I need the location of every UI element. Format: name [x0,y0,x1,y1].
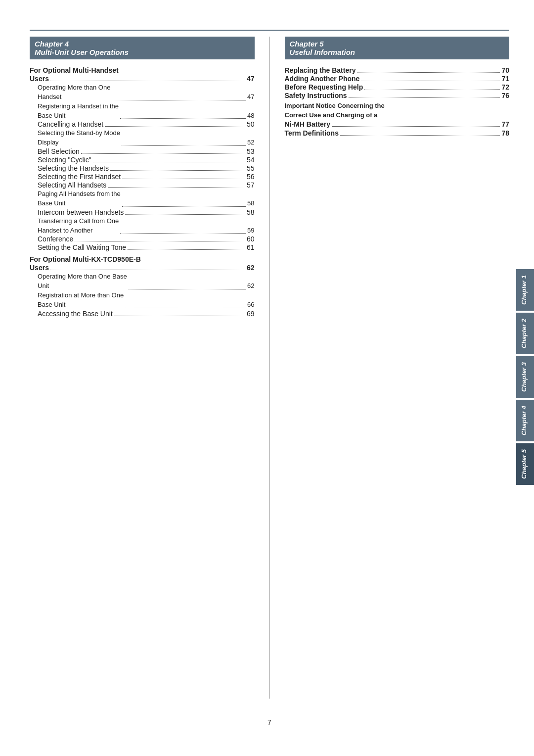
entry-registration-row: Registration at More than OneBase Unit 6… [38,291,255,310]
d4 [122,145,246,146]
main-content: Chapter 4 Multi-Unit User Operations For… [30,37,509,699]
entry-transfer-text: Transferring a Call from OneHandset to A… [38,217,119,236]
entry-operating-handset-row: Operating More than OneHandset 47 [38,83,255,102]
tab-chapter4[interactable]: Chapter 4 [516,400,534,441]
entry-term-definitions-text: Term Definitions [285,129,339,137]
chapter5-section: Chapter 5 Useful Information Replacing t… [269,37,510,699]
entry-standby-row: Selecting the Stand-by ModeDisplay 52 [38,129,255,147]
entry-intercom-text: Intercom between Handsets [38,208,124,216]
entry-important-notice-text: Important Notice Concerning theCorrect U… [285,101,510,120]
section1-header-line: For Optional Multi-Handset [30,66,255,74]
entry-paging: Paging All Handsets from theBase Unit 58 [30,189,255,208]
entry-safety: Safety Instructions 76 [285,92,510,99]
entry-handsets: Selecting the Handsets 55 [30,164,255,172]
entry-accessing-text: Accessing the Base Unit [38,310,113,318]
d13 [75,241,245,241]
entry-call-waiting-text: Setting the Call Waiting Tone [38,243,126,251]
entry-operating-handset: Operating More than OneHandset 47 [30,83,255,102]
entry-base-unit-row: Operating More than One BaseUnit 62 [38,272,255,291]
entry-registration-text: Registration at More than OneBase Unit [38,291,124,310]
section2-users-label: Users [30,264,49,272]
entry-transfer: Transferring a Call from OneHandset to A… [30,217,255,236]
entry-first-handset: Selecting the First Handset 56 [30,173,255,181]
d8 [122,179,245,179]
p3: 50 [247,120,255,128]
entry-safety-text: Safety Instructions [285,92,347,99]
entry-bell: Bell Selection 53 [30,147,255,155]
entry-adding-phone-text: Adding Another Phone [285,75,360,83]
entry-registering-row: Registering a Handset in theBase Unit 48 [38,102,255,121]
section2-header-page-line: Users 62 [30,264,255,272]
d2 [120,118,246,119]
entry-handsets-text: Selecting the Handsets [38,164,109,172]
entry-battery-text: Replacing the Battery [285,66,356,74]
section2-header-line: For Optional Multi-KX-TCD950E-B [30,255,255,263]
p6: 54 [247,156,255,164]
section1-users-label: Users [30,75,49,83]
entry-registering: Registering a Handset in theBase Unit 48 [30,102,255,121]
p7: 55 [247,164,255,172]
entry-cancelling-text: Cancelling a Handset [38,120,103,128]
d15 [129,289,246,289]
s2-dots [50,270,245,270]
tab-chapter1[interactable]: Chapter 1 [516,269,534,311]
d11 [125,214,245,215]
tab-chapter5[interactable]: Chapter 5 [516,443,534,485]
chapter-tabs: Chapter 1 Chapter 2 Chapter 3 Chapter 4 … [516,0,534,756]
c5p6: 78 [501,129,509,137]
tab-chapter2[interactable]: Chapter 2 [516,313,534,354]
entry-registering-text: Registering a Handset in theBase Unit [38,102,119,121]
page-number: 7 [30,718,509,726]
chapter5-header: Chapter 5 Useful Information [285,37,510,59]
entry-standby-text: Selecting the Stand-by ModeDisplay [38,129,120,147]
tab-chapter3[interactable]: Chapter 3 [516,356,534,398]
entry-cancelling: Cancelling a Handset 50 [30,120,255,128]
section2-page: 62 [247,264,255,272]
p16: 66 [247,300,254,310]
entry-intercom: Intercom between Handsets 58 [30,208,255,216]
chapter5-num: Chapter 5 [290,40,505,48]
entry-first-handset-text: Selecting the First Handset [38,173,121,181]
entry-requesting-help: Before Requesting Help 72 [285,83,510,91]
section1-dots [50,81,245,81]
entry-cyclic: Selecting "Cyclic" 54 [30,156,255,164]
d9 [108,187,245,188]
c5p5: 77 [501,120,509,128]
entry-paging-row: Paging All Handsets from theBase Unit 58 [38,189,255,208]
d6 [93,162,245,162]
entry-registration: Registration at More than OneBase Unit 6… [30,291,255,310]
entry-paging-text: Paging All Handsets from theBase Unit [38,189,121,208]
c5d3 [364,89,500,90]
d7 [110,170,245,171]
section1-header-page-line: Users 47 [30,75,255,83]
p15: 62 [247,282,254,291]
entry-all-handsets: Selecting All Handsets 57 [30,181,255,189]
c5p4: 76 [501,92,509,99]
section1-page: 47 [247,75,255,83]
section1-block: For Optional Multi-Handset Users 47 Oper… [30,66,255,251]
entry-all-handsets-text: Selecting All Handsets [38,181,106,189]
p2: 48 [247,111,254,121]
p13: 60 [247,235,255,243]
section1-header: For Optional Multi-Handset [30,66,119,74]
d16 [125,308,246,308]
p12: 59 [247,226,254,236]
d12 [120,233,246,234]
p5: 53 [247,147,255,155]
d17 [114,316,245,316]
d1 [112,100,246,100]
c5d1 [357,72,500,73]
chapter5-title: Useful Information [290,48,505,56]
entry-battery: Replacing the Battery 70 [285,66,510,74]
entry-cyclic-text: Selecting "Cyclic" [38,156,91,164]
entry-transfer-row: Transferring a Call from OneHandset to A… [38,217,255,236]
d3 [105,126,245,127]
chapter4-section: Chapter 4 Multi-Unit User Operations For… [30,37,269,699]
entry-conference-text: Conference [38,235,73,243]
chapter4-title: Multi-Unit User Operations [35,48,250,56]
d5 [81,153,245,154]
c5d2 [361,81,500,81]
entry-conference: Conference 60 [30,235,255,243]
entry-nimh-text: Ni-MH Battery [285,120,331,128]
entry-term-definitions: Term Definitions 78 [285,129,510,137]
